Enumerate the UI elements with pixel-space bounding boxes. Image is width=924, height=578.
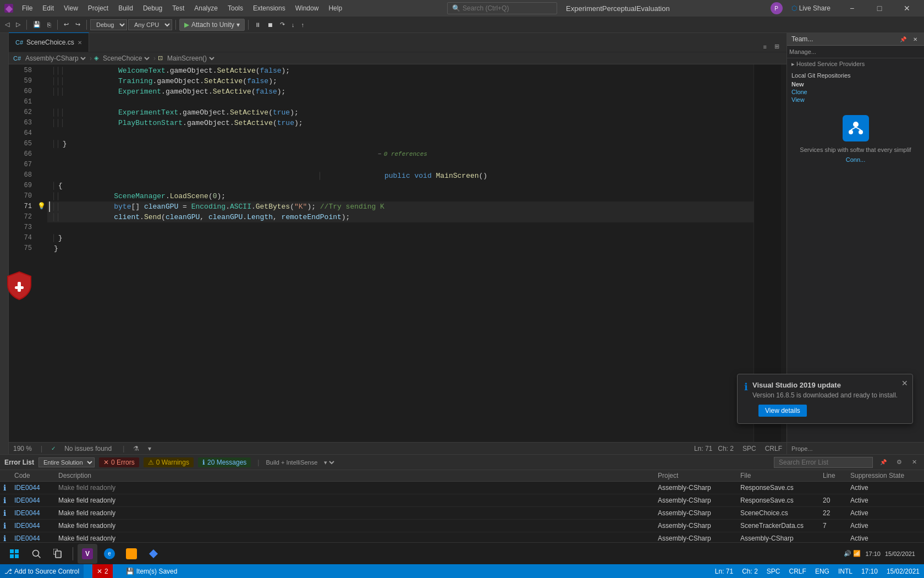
menu-extensions[interactable]: Extensions	[249, 2, 290, 14]
error-project: Assembly-CSharp	[654, 520, 737, 532]
new-vertical-tab[interactable]: ⊞	[772, 41, 782, 52]
error-list-title: Error List	[4, 459, 34, 466]
start-button[interactable]	[4, 544, 24, 564]
taskbar-app-3[interactable]	[122, 544, 141, 564]
info-icon: ℹ	[3, 534, 6, 543]
menu-edit[interactable]: Edit	[38, 2, 58, 14]
col-line[interactable]: Line	[820, 470, 847, 482]
search-box[interactable]: 🔍	[447, 2, 557, 14]
method-select[interactable]: MainScreen()	[165, 54, 216, 63]
pin-button[interactable]: 📌	[898, 36, 909, 42]
error-search-input[interactable]	[774, 457, 873, 468]
update-close-button[interactable]: ✕	[901, 379, 908, 388]
redo-button[interactable]: ↪	[73, 19, 83, 30]
lightbulb-icon[interactable]: 💡	[37, 201, 46, 212]
clone-link[interactable]: Clone	[791, 89, 920, 95]
stop-button[interactable]: ⏹	[265, 20, 276, 30]
step-out-button[interactable]: ↑	[299, 20, 307, 30]
encoding-info[interactable]: CRLF	[789, 568, 806, 575]
errors-indicator[interactable]: ✕ 2	[92, 564, 113, 578]
view-details-button[interactable]: View details	[758, 405, 807, 417]
pause-button[interactable]: ⏸	[252, 20, 263, 30]
code-line-65[interactable]: ││ }	[47, 139, 754, 149]
step-over-button[interactable]: ↷	[277, 19, 288, 30]
maximize-button[interactable]: □	[867, 0, 892, 17]
titlebar-center: 🔍 ExperimentPerceptualEvaluation	[351, 2, 766, 14]
error-list-pin-button[interactable]: 📌	[877, 457, 889, 467]
search-taskbar-button[interactable]	[26, 544, 46, 564]
tab-close-icon[interactable]: ✕	[78, 40, 82, 46]
error-list-close-button[interactable]: ✕	[909, 457, 920, 467]
col-project[interactable]: Project	[654, 470, 737, 482]
code-line-74[interactable]: }	[47, 243, 754, 254]
tab-scenechoice[interactable]: C# SceneChoice.cs ✕	[9, 32, 89, 52]
code-line-73[interactable]: │ }	[47, 233, 754, 243]
table-row[interactable]: ℹ IDE0044 Make field readonly Assembly-C…	[0, 494, 924, 507]
back-button[interactable]: ◁	[2, 19, 12, 30]
menu-test[interactable]: Test	[168, 2, 189, 14]
filter-dropdown[interactable]: ▾	[148, 445, 151, 452]
menu-project[interactable]: Project	[84, 2, 113, 14]
fold-button[interactable]: −	[378, 149, 382, 160]
assembly-select[interactable]: Assembly-CSharp	[23, 54, 87, 63]
warnings-filter-button[interactable]: ⚠ 0 Warnings	[144, 457, 194, 467]
forward-button[interactable]: ▷	[13, 19, 23, 30]
menu-tools[interactable]: Tools	[223, 2, 248, 14]
menu-analyze[interactable]: Analyze	[190, 2, 222, 14]
spc-info[interactable]: SPC	[767, 568, 780, 575]
search-input[interactable]	[463, 4, 545, 12]
table-row[interactable]: ℹ IDE0044 Make field readonly Assembly-C…	[0, 482, 924, 494]
close-button[interactable]: ✕	[894, 0, 920, 17]
filter-icon[interactable]: ⚗	[133, 445, 139, 452]
platform-dropdown[interactable]: Any CPU	[128, 19, 172, 30]
taskbar-app-4[interactable]	[144, 544, 163, 564]
error-list-settings-button[interactable]: ⚙	[894, 457, 905, 467]
attach-to-unity-button[interactable]: ▶ Attach to Unity ▾	[179, 19, 245, 31]
col-state[interactable]: Suppression State	[847, 470, 924, 482]
code-line-71[interactable]: ││ client.Send(cleanGPU, cleanGPU.Length…	[47, 212, 754, 222]
debug-config-dropdown[interactable]: Debug	[90, 19, 127, 30]
undo-button[interactable]: ↩	[61, 19, 72, 30]
taskbar-app-1[interactable]: V	[78, 544, 97, 564]
scope-dropdown[interactable]: Entire Solution	[38, 457, 95, 467]
code-content[interactable]: │││ WelcomeText.gameObject.SetActive(fal…	[47, 64, 754, 442]
errors-filter-button[interactable]: ✕ 0 Errors	[99, 457, 139, 467]
col-code[interactable]: Code	[11, 470, 55, 482]
save-button[interactable]: 💾	[30, 19, 43, 30]
menu-help[interactable]: Help	[324, 2, 346, 14]
build-dropdown[interactable]: ▾	[322, 459, 336, 466]
menu-view[interactable]: View	[59, 2, 82, 14]
messages-filter-button[interactable]: ℹ 20 Messages	[198, 457, 251, 467]
class-select[interactable]: SceneChoice	[101, 54, 151, 63]
code-editor[interactable]: 58 59 60 61 62 63 64 65 66 67 68 69 70 7…	[9, 64, 787, 442]
taskview-button[interactable]	[48, 544, 68, 564]
tab-list-button[interactable]: ≡	[761, 42, 769, 52]
liveshare-button[interactable]: ⬡ Live Share	[787, 3, 835, 14]
connect-link[interactable]: Conn...	[846, 156, 865, 163]
source-control-area[interactable]: ⎇ Add to Source Control	[0, 564, 84, 578]
minimize-button[interactable]: −	[839, 0, 865, 17]
code-line-67[interactable]: − 0 references │ public void MainScreen(…	[47, 160, 754, 181]
menu-window[interactable]: Window	[291, 2, 323, 14]
team-explorer-icon	[843, 115, 869, 141]
code-line-63[interactable]: │││ PlayButtonStart.gameObject.SetActive…	[47, 118, 754, 128]
save-all-button[interactable]: ⎘	[45, 20, 54, 30]
col-info[interactable]: Ch: 2	[742, 568, 758, 575]
col-file[interactable]: File	[737, 470, 820, 482]
view-link[interactable]: View	[791, 96, 920, 103]
step-into-button[interactable]: ↓	[289, 20, 298, 30]
menu-file[interactable]: File	[18, 2, 37, 14]
update-desc: Version 16.8.5 is downloaded and ready t…	[752, 391, 898, 399]
menu-build[interactable]: Build	[114, 2, 138, 14]
menu-debug[interactable]: Debug	[139, 2, 167, 14]
hosted-services-section[interactable]: ▸ Hosted Service Providers	[787, 58, 924, 70]
table-row[interactable]: ℹ IDE0044 Make field readonly Assembly-C…	[0, 507, 924, 520]
panel-close-button[interactable]: ✕	[911, 36, 920, 42]
zoom-level[interactable]: 190 %	[13, 445, 32, 452]
taskbar-app-2[interactable]: e	[100, 544, 119, 564]
line-info[interactable]: Ln: 71	[715, 568, 733, 575]
lang-info[interactable]: ENG	[815, 568, 829, 575]
table-row[interactable]: ℹ IDE0044 Make field readonly Assembly-C…	[0, 520, 924, 532]
code-line-60[interactable]: │││ Experiment.gameObject.SetActive(fals…	[47, 86, 754, 97]
col-desc[interactable]: Description	[55, 470, 654, 482]
